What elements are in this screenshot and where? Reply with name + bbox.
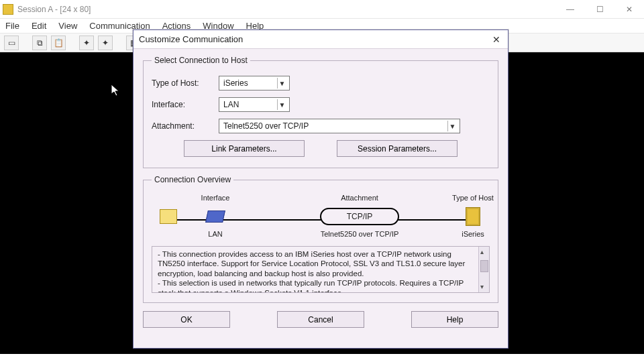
net1-icon[interactable]: ✦ [79,36,94,50]
interface-value: LAN [223,100,239,109]
connection-overview-legend: Connection Overview [152,175,233,184]
window-close-button[interactable]: ✕ [614,0,644,19]
paste-icon[interactable]: 📋 [51,36,66,50]
net2-icon[interactable]: ✦ [98,36,113,50]
window-titlebar: Session A - [24 x 80] — ☐ ✕ [0,0,644,19]
host-icon [466,207,480,226]
customize-communication-dialog: Customize Communication ✕ Select Connect… [133,29,508,349]
description-scrollbar[interactable] [478,247,489,292]
window-minimize-button[interactable]: — [555,0,585,19]
chevron-down-icon: ▼ [447,121,457,131]
screen-icon[interactable]: ▭ [4,36,19,50]
diagram-iseries-value: iSeries [436,230,510,238]
connection-description: - This connection provides access to an … [152,246,490,293]
ok-button[interactable]: OK [143,311,230,328]
app-icon [3,4,13,15]
type-of-host-label: Type of Host: [152,78,219,88]
dialog-title: Customize Communication [139,34,243,44]
attachment-select[interactable]: Telnet5250 over TCP/IP ▼ [219,119,460,133]
diagram-telnet-value: Telnet5250 over TCP/IP [306,230,413,238]
diagram-host-label: Type of Host [436,194,510,203]
interface-select[interactable]: LAN ▼ [219,97,290,112]
window-title: Session A - [24 x 80] [17,5,91,14]
connection-diagram: Interface LAN Attachment TCP/IP Telnet52… [152,194,490,246]
desc-line-2: - This selection is used in networks tha… [158,278,476,293]
connection-overview-group: Connection Overview Interface LAN Attach… [143,175,498,303]
help-button[interactable]: Help [411,311,498,328]
dialog-close-button[interactable]: ✕ [490,34,502,46]
diagram-interface-label: Interface [178,194,252,203]
lan-icon [205,210,225,223]
select-connection-group: Select Connection to Host Type of Host: … [143,56,498,168]
chevron-down-icon: ▼ [277,99,286,110]
diagram-lan-value: LAN [178,230,252,238]
type-of-host-select[interactable]: iSeries ▼ [219,76,290,90]
pc-icon [160,209,177,224]
attachment-label: Attachment: [152,121,219,131]
desc-line-1: - This connection provides access to an … [158,249,476,278]
menu-edit[interactable]: Edit [32,21,46,31]
type-of-host-value: iSeries [223,78,248,88]
select-connection-legend: Select Connection to Host [152,56,250,65]
menu-view[interactable]: View [58,21,77,31]
cancel-button[interactable]: Cancel [277,311,364,328]
menu-file[interactable]: File [5,21,19,31]
link-parameters-button[interactable]: Link Parameters... [184,140,305,157]
session-parameters-button[interactable]: Session Parameters... [337,140,458,157]
tcpip-node: TCP/IP [320,208,399,225]
copy-icon[interactable]: ⧉ [32,36,47,50]
dialog-titlebar: Customize Communication ✕ [133,30,508,49]
window-maximize-button[interactable]: ☐ [585,0,614,19]
chevron-down-icon: ▼ [277,78,286,88]
attachment-value: Telnet5250 over TCP/IP [223,121,309,131]
diagram-attachment-label: Attachment [306,194,413,203]
interface-label: Interface: [152,100,219,109]
